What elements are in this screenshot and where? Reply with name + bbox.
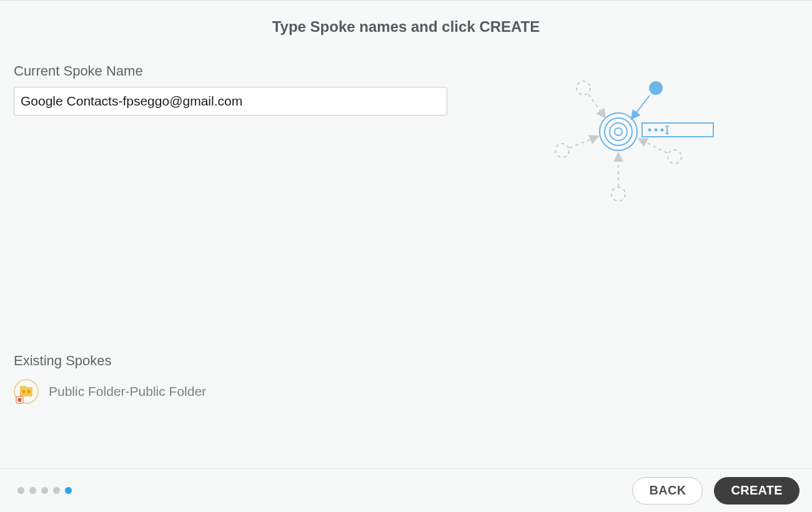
back-button[interactable]: BACK <box>632 477 703 505</box>
step-dot-1 <box>17 487 24 494</box>
list-item: Public Folder-Public Folder <box>14 379 798 404</box>
svg-point-8 <box>655 129 658 132</box>
step-dot-5 <box>65 487 72 494</box>
current-spoke-input[interactable] <box>14 87 447 116</box>
svg-line-16 <box>570 137 597 148</box>
step-dot-4 <box>53 487 60 494</box>
hub-spoke-illustration <box>531 63 718 207</box>
svg-point-13 <box>577 81 590 95</box>
step-dot-3 <box>41 487 48 494</box>
wizard-footer: BACK CREATE <box>0 468 812 512</box>
svg-point-7 <box>648 129 651 132</box>
svg-point-24 <box>22 390 25 393</box>
svg-point-15 <box>555 144 569 157</box>
step-dot-2 <box>29 487 36 494</box>
svg-line-14 <box>588 94 605 117</box>
page-title: Type Spoke names and click CREATE <box>14 18 798 36</box>
svg-line-5 <box>632 96 650 118</box>
svg-line-20 <box>640 139 667 153</box>
svg-point-25 <box>27 390 30 393</box>
svg-point-4 <box>649 81 663 95</box>
svg-point-2 <box>610 123 627 140</box>
step-indicator <box>17 487 72 494</box>
svg-point-9 <box>661 129 664 132</box>
create-button[interactable]: CREATE <box>714 477 800 505</box>
existing-spokes-section: Existing Spokes Public Folder-Public Fol… <box>14 353 798 404</box>
svg-rect-27 <box>18 398 22 402</box>
existing-spokes-label: Existing Spokes <box>14 353 798 369</box>
public-folder-icon <box>14 379 39 404</box>
svg-point-19 <box>668 150 681 164</box>
svg-point-3 <box>615 128 622 135</box>
existing-spoke-name: Public Folder-Public Folder <box>49 384 206 399</box>
svg-rect-23 <box>20 386 26 389</box>
current-spoke-label: Current Spoke Name <box>14 63 451 79</box>
svg-point-17 <box>611 187 625 201</box>
svg-point-1 <box>605 118 632 145</box>
svg-rect-6 <box>642 123 713 137</box>
spoke-form: Current Spoke Name <box>14 63 451 116</box>
